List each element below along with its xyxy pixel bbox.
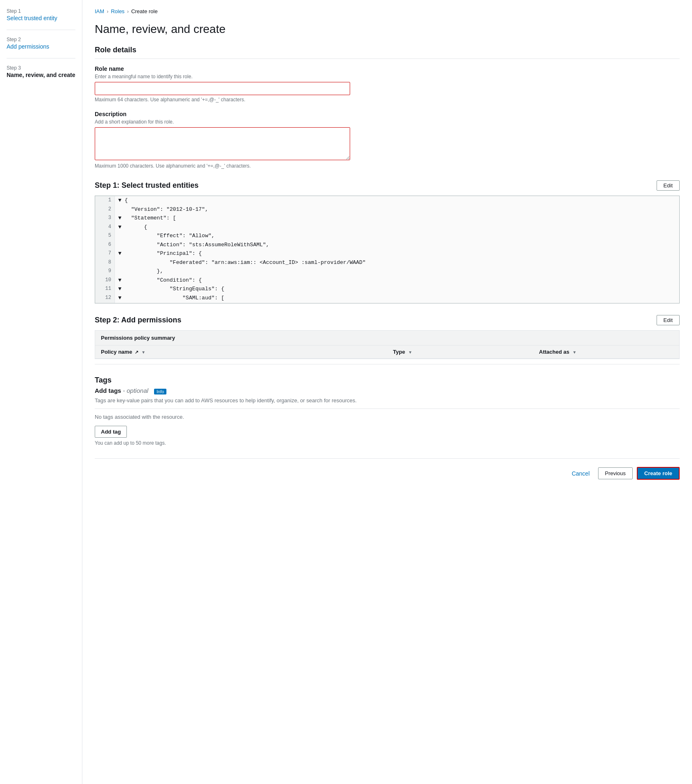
col-type-sort-icon[interactable]: ▼ bbox=[408, 350, 412, 355]
code-line: 13 "https://signin.aws.amazon.com/saml" bbox=[95, 302, 679, 303]
step2-edit-button[interactable]: Edit bbox=[657, 315, 680, 325]
step1-section: Step 1: Select trusted entities Edit 1▼ … bbox=[95, 180, 680, 303]
step2-title: Step 2: Add permissions bbox=[95, 316, 181, 324]
code-line-num: 1 bbox=[95, 196, 115, 205]
tags-subtitle-label: Add tags bbox=[95, 387, 121, 394]
code-line-num: 13 bbox=[95, 302, 115, 303]
external-link-icon: ↗ bbox=[135, 350, 138, 355]
sidebar-item-select-trusted-entity[interactable]: Select trusted entity bbox=[7, 15, 57, 21]
sidebar-step-3-title: Name, review, and create bbox=[7, 72, 75, 78]
code-line: 4▼ { bbox=[95, 223, 679, 232]
code-line: 11▼ "StringEquals": { bbox=[95, 285, 679, 294]
bottom-bar: Cancel Previous Create role bbox=[95, 458, 680, 484]
add-tag-button[interactable]: Add tag bbox=[95, 426, 127, 438]
col-policy-name-sort-icon[interactable]: ▼ bbox=[141, 350, 145, 355]
step1-header: Step 1: Select trusted entities Edit bbox=[95, 180, 680, 191]
code-block: 1▼ {2 "Version": "2012-10-17",3▼ "Statem… bbox=[95, 196, 680, 303]
sidebar-step-1-label: Step 1 bbox=[7, 8, 75, 14]
code-line-num: 5 bbox=[95, 231, 115, 240]
code-line-num: 2 bbox=[95, 205, 115, 214]
sidebar-step-3: Step 3 Name, review, and create bbox=[7, 65, 75, 78]
role-name-hint: Enter a meaningful name to identify this… bbox=[95, 74, 680, 79]
tags-description: Tags are key-value pairs that you can ad… bbox=[95, 397, 680, 404]
sidebar-step-3-label: Step 3 bbox=[7, 65, 75, 71]
code-line: 2 "Version": "2012-10-17", bbox=[95, 205, 679, 214]
col-policy-name[interactable]: Policy name ↗ ▼ bbox=[95, 345, 387, 359]
tags-subtitle: Add tags - optional bbox=[95, 387, 151, 394]
code-line-content: ▼ "StringEquals": { bbox=[115, 285, 227, 294]
breadcrumb-iam[interactable]: IAM bbox=[95, 8, 104, 14]
info-badge[interactable]: Info bbox=[154, 389, 166, 394]
step2-header: Step 2: Add permissions Edit bbox=[95, 315, 680, 325]
page-title: Name, review, and create bbox=[95, 23, 680, 36]
role-details-title: Role details bbox=[95, 46, 680, 59]
code-line-content: ▼ "SAML:aud": [ bbox=[115, 294, 227, 303]
no-tags-text: No tags associated with the resource. bbox=[95, 414, 680, 420]
permissions-table-container: Permissions policy summary Policy name ↗… bbox=[95, 330, 680, 359]
step1-edit-button[interactable]: Edit bbox=[657, 180, 680, 191]
step2-divider bbox=[95, 364, 680, 364]
code-line-num: 8 bbox=[95, 258, 115, 267]
code-line-content: "Version": "2012-10-17", bbox=[115, 205, 211, 214]
role-details-section: Role details Role name Enter a meaningfu… bbox=[95, 46, 680, 169]
code-line-content: "https://signin.aws.amazon.com/saml" bbox=[115, 302, 314, 303]
code-line: 5 "Effect": "Allow", bbox=[95, 231, 679, 240]
code-line-content: ▼ { bbox=[115, 196, 131, 205]
code-line-content: ▼ "Statement": [ bbox=[115, 214, 179, 223]
role-name-field: Role name Enter a meaningful name to ide… bbox=[95, 65, 680, 103]
sidebar-step-2: Step 2 Add permissions bbox=[7, 37, 75, 50]
description-field: Description Add a short explanation for … bbox=[95, 111, 680, 169]
code-line-content: "Effect": "Allow", bbox=[115, 231, 218, 240]
cancel-button[interactable]: Cancel bbox=[568, 468, 594, 479]
code-line-num: 12 bbox=[95, 294, 115, 303]
step2-section: Step 2: Add permissions Edit Permissions… bbox=[95, 315, 680, 364]
code-line-num: 10 bbox=[95, 276, 115, 285]
previous-button[interactable]: Previous bbox=[598, 467, 633, 479]
sidebar-step-1: Step 1 Select trusted entity bbox=[7, 8, 75, 21]
col-type-label: Type bbox=[393, 349, 405, 355]
code-line-num: 7 bbox=[95, 249, 115, 258]
sidebar-step-2-label: Step 2 bbox=[7, 37, 75, 42]
code-line-num: 11 bbox=[95, 285, 115, 294]
permissions-table: Policy name ↗ ▼ Type ▼ Attached as ▼ bbox=[95, 345, 679, 359]
code-line: 7▼ "Principal": { bbox=[95, 249, 679, 258]
col-type[interactable]: Type ▼ bbox=[387, 345, 533, 359]
breadcrumb-sep-1: › bbox=[107, 9, 108, 14]
main-content: IAM › Roles › Create role Name, review, … bbox=[82, 0, 692, 784]
code-line-content: "Action": "sts:AssumeRoleWithSAML", bbox=[115, 240, 273, 250]
col-policy-name-label: Policy name bbox=[101, 349, 132, 355]
breadcrumb-roles[interactable]: Roles bbox=[111, 8, 124, 14]
code-line-num: 4 bbox=[95, 223, 115, 232]
tags-title: Tags bbox=[95, 376, 680, 385]
code-line-content: ▼ "Principal": { bbox=[115, 249, 205, 258]
code-line-content: "Federated": "arn:aws:iam:: <Account_ID>… bbox=[115, 258, 369, 267]
description-textarea[interactable] bbox=[95, 127, 350, 160]
tags-optional-label: - optional bbox=[123, 387, 148, 394]
tags-divider bbox=[95, 408, 680, 409]
code-line-num: 3 bbox=[95, 214, 115, 223]
code-line: 6 "Action": "sts:AssumeRoleWithSAML", bbox=[95, 240, 679, 250]
role-name-input[interactable] bbox=[95, 82, 350, 95]
sidebar-divider-2 bbox=[7, 58, 75, 58]
create-role-button[interactable]: Create role bbox=[637, 467, 680, 480]
role-name-max-hint: Maximum 64 characters. Use alphanumeric … bbox=[95, 97, 680, 103]
description-hint: Add a short explanation for this role. bbox=[95, 119, 680, 125]
description-label: Description bbox=[95, 111, 680, 117]
code-line: 12▼ "SAML:aud": [ bbox=[95, 294, 679, 303]
sidebar: Step 1 Select trusted entity Step 2 Add … bbox=[0, 0, 82, 784]
col-attached-as[interactable]: Attached as ▼ bbox=[533, 345, 680, 359]
role-name-label: Role name bbox=[95, 65, 680, 72]
code-line: 8 "Federated": "arn:aws:iam:: <Account_I… bbox=[95, 258, 679, 267]
col-attached-as-sort-icon[interactable]: ▼ bbox=[573, 350, 577, 355]
code-line: 3▼ "Statement": [ bbox=[95, 214, 679, 223]
col-attached-as-label: Attached as bbox=[539, 349, 570, 355]
code-line: 10▼ "Condition": { bbox=[95, 276, 679, 285]
step1-title: Step 1: Select trusted entities bbox=[95, 181, 199, 190]
breadcrumb-sep-2: › bbox=[127, 9, 129, 14]
description-max-hint: Maximum 1000 characters. Use alphanumeri… bbox=[95, 163, 680, 169]
tags-section: Tags Add tags - optional Info Tags are k… bbox=[95, 376, 680, 446]
sidebar-item-add-permissions[interactable]: Add permissions bbox=[7, 43, 49, 50]
code-line-num: 6 bbox=[95, 240, 115, 250]
code-line: 1▼ { bbox=[95, 196, 679, 205]
code-scroll-area[interactable]: 1▼ {2 "Version": "2012-10-17",3▼ "Statem… bbox=[95, 196, 679, 303]
